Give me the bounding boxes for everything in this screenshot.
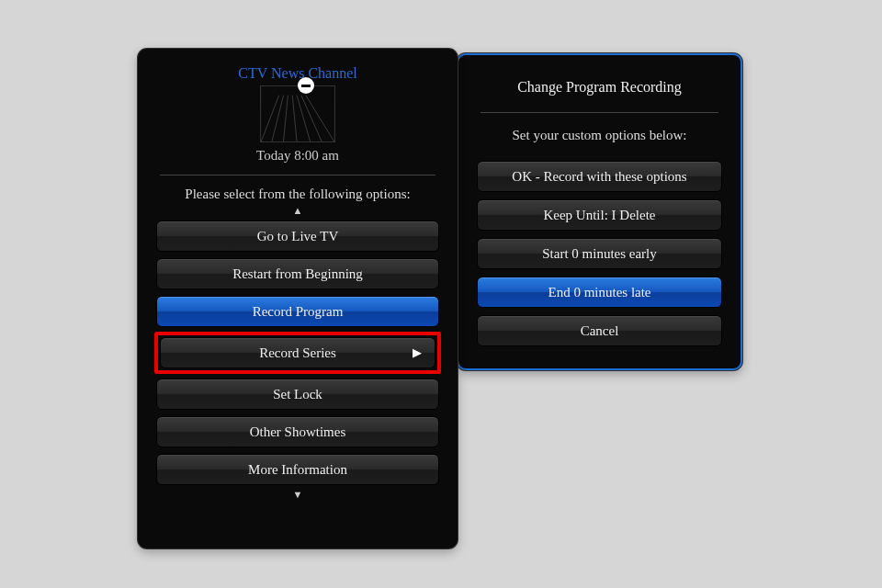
option-label: Go to Live TV — [257, 229, 338, 244]
divider — [160, 175, 435, 175]
option-other-showtimes[interactable]: Other Showtimes — [156, 416, 439, 447]
program-time: Today 8:00 am — [156, 148, 439, 164]
panel-title: Change Program Recording — [477, 79, 722, 96]
do-not-enter-icon — [298, 77, 314, 94]
option-label: More Information — [248, 462, 347, 478]
option-more-information[interactable]: More Information — [156, 454, 439, 485]
channel-title: CTV News Channel — [156, 65, 439, 82]
options-menu: OK - Record with these optionsKeep Until… — [477, 158, 722, 349]
option-record-program[interactable]: Record Program — [156, 296, 439, 327]
thumbnail-image — [261, 86, 334, 141]
program-options-panel: CTV News Channel Today 8:00 am Please se… — [138, 49, 458, 548]
program-thumbnail — [260, 85, 335, 142]
option-label: Record Program — [253, 304, 344, 320]
options-prompt: Please select from the following options… — [156, 187, 439, 202]
option-label: Set Lock — [273, 387, 322, 402]
option-label: Record Series — [259, 345, 336, 361]
options-menu: Go to Live TVRestart from BeginningRecor… — [156, 218, 439, 488]
divider — [481, 112, 718, 113]
change-recording-panel: Change Program Recording Set your custom… — [457, 53, 742, 370]
highlight-box: Record Series▶ — [154, 332, 441, 374]
option-record-series[interactable]: Record Series▶ — [160, 337, 435, 368]
options-prompt: Set your custom options below: — [477, 128, 722, 143]
option-label: Other Showtimes — [250, 424, 346, 440]
option-label: OK - Record with these options — [512, 169, 686, 185]
option-label: End 0 minutes late — [548, 285, 650, 300]
chevron-right-icon: ▶ — [413, 345, 422, 360]
option-restart-from-beginning[interactable]: Restart from Beginning — [156, 258, 439, 289]
option-start-0-minutes-early[interactable]: Start 0 minutes early — [477, 238, 722, 269]
scroll-up-icon[interactable]: ▲ — [156, 206, 439, 216]
option-end-0-minutes-late[interactable]: End 0 minutes late — [477, 277, 722, 308]
option-label: Cancel — [581, 323, 619, 339]
option-set-lock[interactable]: Set Lock — [156, 379, 439, 410]
option-ok-record-with-these-options[interactable]: OK - Record with these options — [477, 161, 722, 192]
option-label: Keep Until: I Delete — [543, 208, 655, 223]
option-label: Restart from Beginning — [232, 266, 363, 282]
option-label: Start 0 minutes early — [542, 246, 657, 262]
option-go-to-live-tv[interactable]: Go to Live TV — [156, 220, 439, 252]
option-keep-until-i-delete[interactable]: Keep Until: I Delete — [477, 199, 722, 231]
scroll-down-icon[interactable]: ▼ — [156, 490, 439, 500]
option-cancel[interactable]: Cancel — [477, 315, 722, 346]
